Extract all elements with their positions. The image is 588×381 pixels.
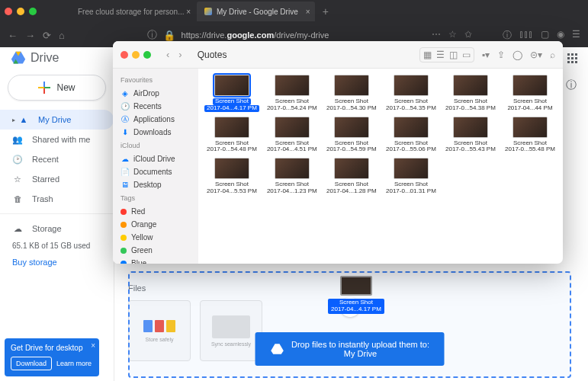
apps-grid-icon[interactable] xyxy=(567,53,577,63)
sidebar-item[interactable]: ⬇Downloads xyxy=(113,126,198,139)
file-item[interactable]: Screen Shot2017-04...44 PM xyxy=(502,73,558,114)
file-item[interactable]: Screen Shot2017-04...4.17 PM xyxy=(203,73,261,114)
window-max-dot[interactable] xyxy=(29,8,37,15)
back-icon[interactable]: ‹ xyxy=(166,49,169,60)
file-item[interactable]: Screen Shot2017-0...54.30 PM xyxy=(323,73,380,114)
file-item[interactable]: Screen Shot2017-04...1.23 PM xyxy=(264,156,320,197)
folder-icon: 🖥 xyxy=(120,181,129,189)
download-button[interactable]: Download xyxy=(11,357,52,370)
file-thumbnail xyxy=(453,117,488,138)
icon-view-icon[interactable]: ▦ xyxy=(423,50,432,60)
group-icon[interactable]: ▪▾ xyxy=(482,50,490,60)
nav-trash[interactable]: 🗑 Trash xyxy=(0,189,114,209)
tag-icon[interactable]: ◯ xyxy=(512,50,522,60)
home-icon[interactable]: ⌂ xyxy=(59,30,65,41)
new-button[interactable]: New xyxy=(8,75,106,101)
max-dot[interactable] xyxy=(143,51,151,59)
share-icon[interactable]: ⇪ xyxy=(497,50,505,60)
sidebar-item[interactable]: 🖥Desktop xyxy=(113,178,198,191)
tab-close-icon[interactable]: × xyxy=(306,8,310,16)
url-actions: ⋯ ☆ ✩ ⓘ ⫿⫿⫿ ▢ ◉ ☰ xyxy=(432,29,580,42)
browser-tab-inactive[interactable]: Free cloud storage for person... × xyxy=(66,2,195,21)
file-item[interactable]: Screen Shot2017-0...55.48 PM xyxy=(502,115,558,155)
file-item[interactable]: Screen Shot2017-0...55.06 PM xyxy=(383,115,439,155)
min-dot[interactable] xyxy=(132,51,140,59)
plus-icon xyxy=(38,82,50,94)
sidebar-tag[interactable]: Yellow xyxy=(113,231,198,244)
forward-icon[interactable]: › xyxy=(178,49,182,60)
finder-sidebar: Favourites ◈AirDrop🕑RecentsⒶApplications… xyxy=(113,69,198,264)
sidebar-item[interactable]: ☁iCloud Drive xyxy=(113,152,198,165)
new-tab-button[interactable]: + xyxy=(323,5,329,18)
account-icon[interactable]: ◉ xyxy=(557,29,564,42)
nav-storage[interactable]: ☁ Storage xyxy=(0,219,114,239)
finder-body: Favourites ◈AirDrop🕑RecentsⒶApplications… xyxy=(113,69,563,264)
sidebar-tag[interactable]: Orange xyxy=(113,218,198,231)
new-label: New xyxy=(56,82,75,93)
file-thumbnail xyxy=(334,158,369,179)
info-button[interactable]: ⓘ xyxy=(561,75,582,96)
file-item[interactable]: Screen Shot2017-04...5.53 PM xyxy=(203,156,261,197)
sidebar-tag[interactable]: Blue xyxy=(113,257,198,264)
file-item[interactable]: Screen Shot2017-0...54.59 PM xyxy=(323,115,380,155)
window-close-dot[interactable] xyxy=(5,8,12,15)
file-item[interactable]: Screen Shot2017-0...55.43 PM xyxy=(442,115,499,155)
menu-icon[interactable]: ☰ xyxy=(572,29,580,42)
tag-label: Blue xyxy=(131,259,146,264)
action-icon[interactable]: ⊝▾ xyxy=(530,50,542,60)
finder-titlebar[interactable]: ‹ › Quotes ▦ ☰ ◫ ▭ ▪▾ ⇪ ◯ ⊝▾ ⌕ xyxy=(113,41,563,69)
gallery-view-icon[interactable]: ▭ xyxy=(462,50,471,60)
file-thumbnail xyxy=(275,75,310,96)
close-dot[interactable] xyxy=(120,51,128,59)
file-date: 2017-0...55.06 PM xyxy=(386,146,436,153)
url-field[interactable]: ⓘ 🔒 https://drive.google.com/drive/my-dr… xyxy=(93,28,383,42)
info-icon[interactable]: ⓘ xyxy=(503,29,512,42)
file-date: 2017-04...1.28 PM xyxy=(326,188,377,195)
column-view-icon[interactable]: ◫ xyxy=(449,50,458,60)
file-item[interactable]: Screen Shot2017-0...54.48 PM xyxy=(203,115,261,155)
library-icon[interactable]: ⫿⫿⫿ xyxy=(519,29,533,42)
sidebar-item[interactable]: 🕑Recents xyxy=(113,100,198,113)
close-icon[interactable]: × xyxy=(91,341,95,350)
file-item[interactable]: Screen Shot2017-04...1.28 PM xyxy=(323,156,380,197)
nav-recent[interactable]: 🕑 Recent xyxy=(0,149,114,169)
sidebar-item[interactable]: 📄Documents xyxy=(113,165,198,178)
nav-label: Trash xyxy=(32,194,53,203)
learn-more-link[interactable]: Learn more xyxy=(56,360,92,367)
sidebar-icon[interactable]: ▢ xyxy=(541,29,549,42)
back-icon[interactable]: ← xyxy=(8,30,18,41)
cloud-icon: ☁ xyxy=(12,223,23,234)
item-label: Applications xyxy=(133,115,175,123)
sidebar-item[interactable]: ◈AirDrop xyxy=(113,87,198,100)
buy-storage-link[interactable]: Buy storage xyxy=(0,258,114,267)
more-icon[interactable]: ⋯ xyxy=(432,29,441,42)
bookmark-icon[interactable]: ✩ xyxy=(464,29,472,42)
finder-files-area[interactable]: Screen Shot2017-04...4.17 PMScreen Shot2… xyxy=(198,69,563,264)
window-min-dot[interactable] xyxy=(17,8,24,15)
storage-label: Storage xyxy=(32,224,62,233)
drive-logo[interactable]: Drive xyxy=(11,50,59,66)
reader-icon[interactable]: ☆ xyxy=(448,29,457,42)
sidebar-tag[interactable]: Green xyxy=(113,244,198,257)
file-item[interactable]: Screen Shot2017-0...54.38 PM xyxy=(442,73,499,114)
list-view-icon[interactable]: ☰ xyxy=(436,50,445,60)
browser-tab-active[interactable]: My Drive - Google Drive × xyxy=(197,2,315,21)
chevron-right-icon[interactable]: ▸ xyxy=(12,117,15,123)
file-date: 2017-04...4.51 PM xyxy=(267,146,317,153)
reload-icon[interactable]: ⟳ xyxy=(43,30,51,41)
sidebar-item[interactable]: ⒶApplications xyxy=(113,113,198,126)
tab-close-icon[interactable]: × xyxy=(186,8,191,16)
file-date: 2017-0...55.48 PM xyxy=(505,146,555,153)
file-item[interactable]: Screen Shot2017-0...01.31 PM xyxy=(383,156,439,197)
drop-zone[interactable]: Screen Shot 2017-04...4.17 PM ↑ Drop fil… xyxy=(128,271,571,378)
browser-chrome: Free cloud storage for person... × My Dr… xyxy=(0,0,588,47)
search-icon[interactable]: ⌕ xyxy=(550,50,555,60)
file-item[interactable]: Screen Shot2017-0...54.35 PM xyxy=(383,73,439,114)
file-item[interactable]: Screen Shot2017-0...54.24 PM xyxy=(264,73,320,114)
nav-shared[interactable]: 👥 Shared with me xyxy=(0,130,114,149)
nav-my-drive[interactable]: ▸ ▲ My Drive xyxy=(0,110,114,130)
file-item[interactable]: Screen Shot2017-04...4.51 PM xyxy=(264,115,320,155)
nav-starred[interactable]: ☆ Starred xyxy=(0,169,114,189)
forward-icon[interactable]: → xyxy=(25,30,35,41)
sidebar-tag[interactable]: Red xyxy=(113,205,198,218)
